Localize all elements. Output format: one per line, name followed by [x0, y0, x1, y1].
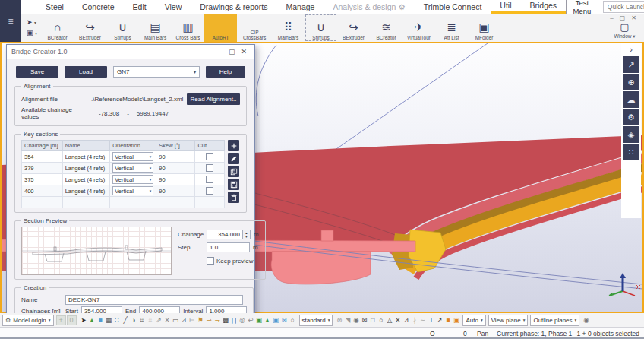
side-panel-button[interactable]: ◈	[623, 126, 639, 143]
maximize-icon[interactable]: ▢	[226, 48, 238, 55]
cut-checkbox[interactable]	[206, 176, 213, 183]
empty-row[interactable]	[22, 197, 225, 208]
save-rows-button[interactable]	[228, 179, 239, 190]
ribbon-tile[interactable]: ∪ Stirrups	[106, 14, 139, 42]
selection-toggle[interactable]: ∤	[410, 315, 418, 325]
snap-toggle[interactable]: ○	[289, 315, 297, 325]
help-button[interactable]: Help	[206, 66, 245, 78]
ribbon-tile[interactable]: ↪ BExtruder	[337, 14, 370, 42]
name-cell[interactable]: Langset (4 refs)	[62, 163, 110, 174]
app-menu-strip[interactable]: ≡	[0, 0, 21, 42]
snap-toggle[interactable]: ⇀	[205, 315, 213, 325]
snap-toggle[interactable]: ◎	[238, 315, 247, 325]
snap-toggle[interactable]: ∏	[230, 315, 238, 325]
snap-toggle[interactable]: ⊿	[180, 315, 188, 325]
ribbon-tile[interactable]: CIP CrossBars	[237, 14, 272, 42]
snap-toggle[interactable]: ⊢	[188, 315, 197, 325]
snap-toggle[interactable]: ∷	[113, 315, 122, 325]
snap-toggle[interactable]: ◑	[130, 315, 138, 325]
snap-toggle[interactable]: ⊠	[280, 315, 289, 325]
selection-toggle[interactable]: ◥	[343, 315, 352, 325]
view-plane-dropdown[interactable]: View plane ▾	[488, 315, 529, 326]
restore-icon[interactable]: ▢	[620, 14, 626, 21]
step-input[interactable]	[207, 242, 250, 252]
minimize-icon[interactable]: –	[216, 48, 226, 55]
name-cell[interactable]: Langset (4 refs)	[62, 151, 110, 163]
cut-checkbox[interactable]	[206, 164, 213, 172]
snap-toggle[interactable]: ▣	[272, 315, 280, 325]
save-button[interactable]: Save	[16, 66, 58, 78]
ribbon-tile[interactable]: ∪ Stirrups	[305, 14, 337, 42]
ribbon-tile[interactable]: ∩ BCreator	[41, 14, 74, 42]
table-row[interactable]: 375 Langset (4 refs) Vertical ▾ 90	[22, 174, 225, 185]
side-panel-button[interactable]: ∷	[623, 144, 639, 160]
hamburger-icon[interactable]: ≡	[8, 16, 13, 27]
orientation-dropdown[interactable]: Vertical ▾	[112, 186, 153, 195]
side-panel-button[interactable]: ☁	[623, 91, 639, 108]
snap-toggle[interactable]: ▣	[255, 315, 264, 325]
menu-item[interactable]: Analysis & design ⚙	[324, 0, 414, 14]
spin-down-icon[interactable]: ▾	[243, 235, 250, 239]
menu-item[interactable]: Steel	[36, 0, 73, 14]
keep-preview-checkbox[interactable]	[207, 257, 214, 265]
ribbon-tile[interactable]: ↪ BExtruder	[74, 14, 106, 42]
chevron-down-icon[interactable]: ▾	[35, 31, 37, 36]
side-panel-button[interactable]: ⊕	[623, 74, 639, 90]
name-cell[interactable]: Langset (4 refs)	[62, 185, 110, 197]
chevron-down-icon[interactable]: ▾	[34, 21, 36, 25]
snap-toggle[interactable]: ⇗	[155, 315, 163, 325]
selection-toggle[interactable]: ✕	[393, 315, 402, 325]
side-panel-button[interactable]: ⚙	[623, 109, 639, 125]
panel-collapse-button[interactable]: ›	[630, 45, 633, 54]
ribbon-tile[interactable]: ⠿ MainBars	[272, 14, 305, 42]
read-alignment-button[interactable]: Read Alignment..	[187, 93, 240, 105]
close-icon[interactable]: ✕	[631, 14, 636, 21]
chainage-cell[interactable]: 379	[22, 163, 63, 174]
cursor-tool[interactable]: ➤ ▾	[27, 18, 37, 27]
add-row-button[interactable]	[228, 140, 239, 151]
skew-cell[interactable]: 90	[156, 151, 195, 163]
preset-dropdown[interactable]: GN7 ▾	[113, 66, 200, 78]
chainage-cell[interactable]: 400	[22, 185, 63, 197]
copy-row-button[interactable]	[228, 166, 239, 177]
menu-item[interactable]: Drawings & reports	[191, 0, 276, 14]
snap-toggle[interactable]: ▦	[105, 315, 113, 325]
section-preview-canvas[interactable]	[21, 227, 172, 275]
snap-toggle[interactable]: ▲	[264, 315, 272, 325]
delete-row-button[interactable]	[228, 192, 239, 203]
snap-toggle[interactable]: ╱	[122, 315, 130, 325]
name-input[interactable]	[65, 295, 243, 305]
ribbon-tile[interactable]: ▤ Main Bars	[139, 14, 172, 42]
skew-cell[interactable]: 90	[156, 174, 195, 185]
snap-toggle[interactable]: ↩	[247, 315, 255, 325]
selection-toggle[interactable]: ∼	[418, 315, 427, 325]
menu-item[interactable]: Manage	[277, 0, 324, 14]
window-menu[interactable]: ▢ Window ▾	[608, 21, 641, 39]
outline-planes-dropdown[interactable]: Outline planes ▾	[530, 315, 579, 326]
orientation-dropdown[interactable]: Vertical ▾	[112, 152, 153, 161]
ribbon-tile[interactable]: ▣ MFolder	[468, 14, 500, 42]
orientation-dropdown[interactable]: Vertical ▾	[112, 175, 153, 184]
standard-dropdown[interactable]: standard ▾	[299, 315, 333, 326]
table-row[interactable]: 379 Langset (4 refs) Vertical ▾ 90	[22, 163, 225, 174]
auto-dropdown[interactable]: Auto ▾	[462, 315, 485, 326]
name-cell[interactable]: Langset (4 refs)	[62, 174, 110, 185]
selection-toggle[interactable]: △	[385, 315, 393, 325]
ribbon-tile[interactable]: ✈ VirtualTour	[402, 14, 435, 42]
selection-toggle[interactable]: ▣	[452, 315, 460, 325]
selection-toggle[interactable]: ◉	[352, 315, 360, 325]
skew-cell[interactable]: 90	[156, 185, 195, 197]
snap-toggle[interactable]: ▭	[172, 315, 180, 325]
snap-toggle[interactable]: ✕	[163, 315, 172, 325]
ribbon-tile[interactable]: ≋ BCreator	[370, 14, 402, 42]
cut-checkbox[interactable]	[206, 153, 213, 160]
table-row[interactable]: 400 Langset (4 refs) Vertical ▾ 90	[22, 185, 225, 197]
snap-toggle[interactable]: ⌗	[138, 315, 147, 325]
selection-toggle[interactable]: ○	[377, 315, 385, 325]
model-origin-dropdown[interactable]: ⚙ Model origin ▾	[2, 315, 54, 326]
chainage-input[interactable]	[207, 230, 243, 239]
menu-item[interactable]: Edit	[124, 0, 156, 14]
eye-toggle[interactable]: ◉	[582, 315, 590, 325]
dialog-titlebar[interactable]: Bridge Creator 1.0 – ▢ ✕	[7, 45, 254, 59]
cut-checkbox[interactable]	[206, 187, 213, 195]
